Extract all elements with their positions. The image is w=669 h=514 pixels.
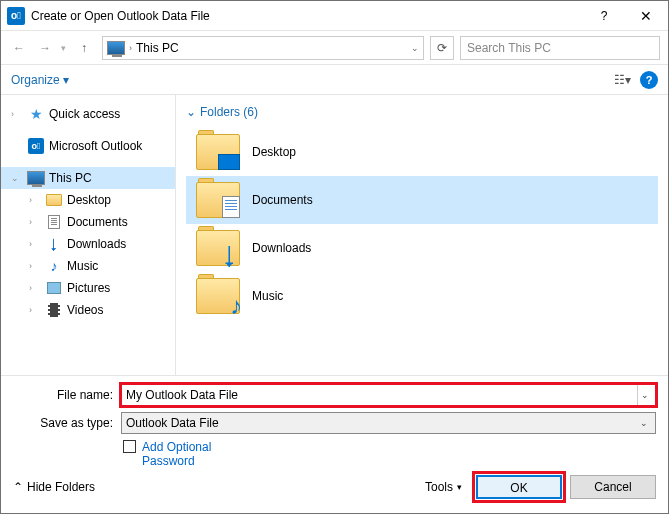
chevron-down-icon[interactable]: ⌄	[11, 173, 23, 183]
nav-tree: › ★ Quick access o⃕ Microsoft Outlook ⌄ …	[1, 95, 176, 375]
outlook-icon: o⃕	[28, 138, 44, 154]
folder-label: Desktop	[252, 145, 296, 159]
tree-downloads[interactable]: ›⭣Downloads	[1, 233, 175, 255]
folder-music[interactable]: ♪ Music	[186, 272, 658, 320]
tree-label: Microsoft Outlook	[49, 139, 142, 153]
document-icon	[48, 215, 60, 229]
history-dropdown[interactable]: ▾	[61, 43, 66, 53]
file-name-label: File name:	[13, 388, 113, 402]
file-name-field-wrap: ⌄	[121, 384, 656, 406]
tree-label: This PC	[49, 171, 92, 185]
hide-folders-button[interactable]: ⌃ Hide Folders	[13, 480, 95, 494]
chevron-right-icon[interactable]: ›	[11, 109, 23, 119]
navbar: ← → ▾ ↑ › This PC ⌄ ⟳ Search This PC	[1, 31, 668, 65]
view-options-button[interactable]: ☷▾	[610, 68, 634, 92]
save-type-label: Save as type:	[13, 416, 113, 430]
folder-documents[interactable]: Documents	[186, 176, 658, 224]
folder-icon	[46, 194, 62, 206]
tree-label: Documents	[67, 215, 128, 229]
outlook-app-icon: o⃕	[7, 7, 25, 25]
hide-folders-label: Hide Folders	[27, 480, 95, 494]
tree-videos[interactable]: ›Videos	[1, 299, 175, 321]
tree-documents[interactable]: ›Documents	[1, 211, 175, 233]
tree-label: Desktop	[67, 193, 111, 207]
folder-label: Music	[252, 289, 283, 303]
download-icon: ⭣	[45, 236, 63, 252]
tree-desktop[interactable]: ›Desktop	[1, 189, 175, 211]
tree-ms-outlook[interactable]: o⃕ Microsoft Outlook	[1, 135, 175, 157]
address-bar[interactable]: › This PC ⌄	[102, 36, 424, 60]
toolbar: Organize ▾ ☷▾ ?	[1, 65, 668, 95]
folder-downloads[interactable]: ⭣ Downloads	[186, 224, 658, 272]
optional-password-label[interactable]: Add Optional Password	[142, 440, 211, 468]
tree-label: Quick access	[49, 107, 120, 121]
close-button[interactable]: ✕	[624, 1, 668, 31]
tree-label: Music	[67, 259, 98, 273]
file-name-input[interactable]	[126, 388, 633, 402]
tree-this-pc[interactable]: ⌄ This PC	[1, 167, 175, 189]
window-title: Create or Open Outlook Data File	[31, 9, 584, 23]
document-icon	[222, 196, 240, 218]
folder-label: Downloads	[252, 241, 311, 255]
help-icon[interactable]: ?	[640, 71, 658, 89]
music-icon: ♪	[45, 258, 63, 274]
tree-pictures[interactable]: ›Pictures	[1, 277, 175, 299]
tools-menu[interactable]: Tools▾	[419, 480, 468, 494]
star-icon: ★	[27, 106, 45, 122]
tree-quick-access[interactable]: › ★ Quick access	[1, 103, 175, 125]
ok-button[interactable]: OK	[476, 475, 562, 499]
up-button[interactable]: ↑	[72, 36, 96, 60]
chevron-down-icon: ⌄	[186, 105, 196, 119]
back-button[interactable]: ←	[9, 38, 29, 58]
optional-password-checkbox[interactable]	[123, 440, 136, 453]
folder-label: Documents	[252, 193, 313, 207]
tree-label: Videos	[67, 303, 103, 317]
organize-button[interactable]: Organize ▾	[11, 73, 69, 87]
help-button[interactable]: ?	[584, 9, 624, 23]
file-name-dropdown[interactable]: ⌄	[637, 385, 651, 405]
titlebar: o⃕ Create or Open Outlook Data File ? ✕	[1, 1, 668, 31]
chevron-right-icon: ›	[129, 43, 132, 53]
section-label: Folders (6)	[200, 105, 258, 119]
folders-section-header[interactable]: ⌄ Folders (6)	[186, 101, 658, 128]
search-input[interactable]: Search This PC	[460, 36, 660, 60]
picture-icon	[47, 282, 61, 294]
music-icon: ♪	[230, 292, 242, 320]
breadcrumb-location[interactable]: This PC	[136, 41, 407, 55]
pc-icon	[27, 171, 45, 185]
save-type-value: Outlook Data File	[126, 416, 637, 430]
search-placeholder: Search This PC	[467, 41, 551, 55]
chevron-up-icon: ⌃	[13, 480, 23, 494]
chevron-down-icon: ⌄	[637, 418, 651, 428]
forward-button[interactable]: →	[35, 38, 55, 58]
pc-icon	[107, 41, 125, 55]
save-type-select[interactable]: Outlook Data File ⌄	[121, 412, 656, 434]
dialog-footer: ⌃ Hide Folders Tools▾ OK Cancel	[1, 465, 668, 509]
download-icon: ⭣	[218, 242, 242, 270]
tree-label: Downloads	[67, 237, 126, 251]
tree-label: Pictures	[67, 281, 110, 295]
address-dropdown[interactable]: ⌄	[411, 43, 419, 53]
desktop-icon	[218, 154, 240, 170]
folder-content[interactable]: ⌄ Folders (6) Desktop Documents ⭣ Downlo…	[176, 95, 668, 375]
save-panel: File name: ⌄ Save as type: Outlook Data …	[1, 375, 668, 468]
tree-music[interactable]: ›♪Music	[1, 255, 175, 277]
video-icon	[48, 303, 60, 317]
refresh-button[interactable]: ⟳	[430, 36, 454, 60]
folder-desktop[interactable]: Desktop	[186, 128, 658, 176]
cancel-button[interactable]: Cancel	[570, 475, 656, 499]
